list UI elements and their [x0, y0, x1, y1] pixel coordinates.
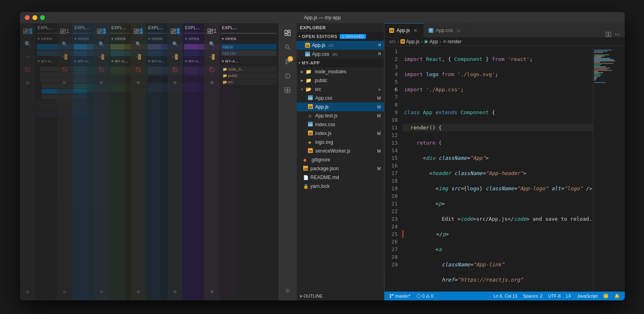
extensions-icon-5[interactable]: ⊞: [169, 77, 181, 88]
status-language[interactable]: JavaScript: [576, 292, 599, 300]
myapp-header[interactable]: ▾ MY-APP: [297, 58, 384, 67]
line-numbers: 1 2 3 4 5 6 7 8 9 10 11 12 13 14 15 16 1: [384, 48, 402, 292]
outline-bar[interactable]: ▶ OUTLINE: [297, 292, 384, 300]
tab-appjs-close[interactable]: ×: [412, 27, 419, 34]
file-packagejson[interactable]: JSON package.json M: [297, 164, 384, 173]
open-file-appjs[interactable]: JS App.js src M: [297, 41, 384, 50]
search-icon-2[interactable]: 🔍: [59, 38, 70, 50]
file-readme[interactable]: 📄 README.md: [297, 173, 384, 182]
extensions-icon-4[interactable]: ⊞: [133, 77, 144, 88]
file-apptestjs[interactable]: ⚠ App.test.js M: [297, 111, 384, 120]
code-content[interactable]: import React, { Component } from 'react'…: [402, 48, 593, 292]
scm-activity-icon[interactable]: 5: [281, 55, 294, 68]
debug-icon-1[interactable]: 🚫: [22, 64, 33, 75]
scm-icon-3[interactable]: ✂️ 5: [96, 51, 107, 62]
open-editors-header[interactable]: ▾ OPEN EDITORS 1 UNSAVED: [297, 32, 384, 41]
debug-icon-4[interactable]: 🚫: [133, 64, 144, 75]
scm-icon-2[interactable]: ✂️ 5: [59, 51, 70, 62]
svg-rect-9: [100, 31, 102, 34]
svg-text:CSS: CSS: [308, 97, 313, 100]
open-file-appcss[interactable]: CSS App.css src M: [297, 50, 384, 58]
close-button[interactable]: [25, 15, 30, 20]
search-icon-6[interactable]: 🔍: [206, 38, 217, 50]
settings-icon-4[interactable]: ⚙: [133, 286, 144, 297]
file-yarnlock[interactable]: 🔒 yarn.lock: [297, 182, 384, 191]
branch-name: master*: [395, 294, 411, 298]
myapp-section: ▾ MY-APP ▶ 📁 node_modules ▶ 📁: [297, 58, 384, 292]
search-icon-5[interactable]: 🔍: [169, 38, 181, 50]
settings-activity-icon[interactable]: [281, 284, 294, 297]
explorer-icon-6[interactable]: 1: [206, 26, 217, 37]
debug-icon-2[interactable]: 🚫: [59, 64, 70, 75]
explorer-icon-5[interactable]: 1: [169, 26, 181, 37]
breadcrumb-app[interactable]: ◉ App: [424, 39, 438, 44]
extensions-icon-1[interactable]: ⊞: [22, 77, 33, 88]
breadcrumb-class-icon: ◉: [424, 39, 428, 44]
code-line-16: href="https://reactjs.org": [402, 276, 593, 284]
settings-icon-3[interactable]: ⚙: [96, 286, 107, 297]
svg-rect-39: [285, 88, 287, 90]
breadcrumb-appjs[interactable]: JS App.js: [400, 39, 419, 44]
status-notifications[interactable]: 🔔: [613, 292, 622, 300]
titlebar: App.js — my-app: [20, 12, 625, 23]
svg-rect-26: [288, 30, 290, 32]
minimize-button[interactable]: [32, 15, 37, 20]
file-indexjs[interactable]: JS index.js M: [297, 129, 384, 138]
status-branch[interactable]: master*: [388, 292, 412, 300]
debug-activity-icon[interactable]: [281, 70, 294, 83]
status-spaces[interactable]: Spaces: 2: [521, 292, 544, 300]
extensions-icon-2[interactable]: ⊞: [59, 77, 70, 88]
status-sync[interactable]: 0 0: [415, 292, 435, 300]
file-gitignore[interactable]: ◆ .gitignore: [297, 155, 384, 164]
file-serviceworker[interactable]: JS serviceWorker.js M: [297, 147, 384, 155]
search-icon-4[interactable]: 🔍: [133, 38, 144, 50]
explorer-icon-3[interactable]: 1: [96, 26, 107, 37]
folder-node-modules[interactable]: ▶ 📁 node_modules: [297, 67, 384, 76]
file-appjs[interactable]: JS App.js M: [297, 103, 384, 111]
file-indexcss[interactable]: CSS index.css: [297, 120, 384, 129]
status-cursor[interactable]: Ln 6, Col 13: [492, 292, 519, 300]
extensions-icon-3[interactable]: ⊞: [96, 77, 107, 88]
search-activity-icon[interactable]: [281, 41, 294, 54]
tab-appjs[interactable]: JS App.js ×: [384, 23, 424, 37]
explorer-activity-icon[interactable]: [281, 26, 294, 39]
search-icon-3[interactable]: 🔍: [96, 38, 107, 50]
more-actions-icon[interactable]: [614, 32, 620, 37]
svg-text:JS: JS: [306, 44, 309, 48]
debug-icon-6[interactable]: 🚫: [206, 64, 217, 75]
extensions-activity-icon[interactable]: [281, 84, 294, 97]
editor-code-area[interactable]: 1 2 3 4 5 6 7 8 9 10 11 12 13 14 15 16 1: [384, 46, 625, 292]
svg-point-30: [286, 59, 287, 61]
file-logosvg[interactable]: ◈ logo.svg: [297, 138, 384, 147]
explorer-title: EXPLORER: [297, 23, 384, 32]
explorer-icon-1[interactable]: 1: [22, 26, 33, 37]
svg-rect-14: [137, 29, 139, 30]
scm-icon-6[interactable]: ✂️ 5: [206, 51, 217, 62]
settings-icon-5[interactable]: ⚙: [169, 286, 181, 297]
folder-public[interactable]: ▶ 📁 public: [297, 76, 384, 85]
scm-icon-4[interactable]: ✂️ 5: [133, 51, 144, 62]
status-encoding[interactable]: UTF-8: [547, 292, 562, 300]
status-feedback[interactable]: 🙂: [602, 292, 610, 300]
split-editor-icon[interactable]: [606, 32, 611, 37]
status-lineending[interactable]: LF: [565, 292, 573, 300]
settings-icon-2[interactable]: ⚙: [59, 286, 70, 297]
tab-appcss-close[interactable]: ○: [455, 27, 462, 34]
extensions-icon-6[interactable]: ⊞: [206, 77, 217, 88]
settings-icon-6[interactable]: ⚙: [206, 286, 217, 297]
maximize-button[interactable]: [40, 15, 45, 20]
breadcrumb-render[interactable]: ⊕ render: [443, 39, 462, 44]
code-line-7: return (: [402, 139, 593, 147]
explorer-icon-4[interactable]: 1: [133, 26, 144, 37]
debug-icon-5[interactable]: 🚫: [169, 64, 181, 75]
tab-appcss[interactable]: C App.css ○: [424, 23, 467, 37]
breadcrumb-src[interactable]: src: [389, 39, 396, 44]
scm-icon-1[interactable]: ✂️: [22, 51, 33, 62]
folder-src[interactable]: ▾ 📂 src ●: [297, 85, 384, 94]
settings-icon-1[interactable]: ⚙: [22, 286, 33, 297]
debug-icon-3[interactable]: 🚫: [96, 64, 107, 75]
explorer-icon-2[interactable]: 1: [59, 26, 70, 37]
search-icon-1[interactable]: 🔍: [22, 38, 33, 50]
file-appcss[interactable]: CSS App.css M: [297, 94, 384, 103]
scm-icon-5[interactable]: ✂️ 5: [169, 51, 181, 62]
